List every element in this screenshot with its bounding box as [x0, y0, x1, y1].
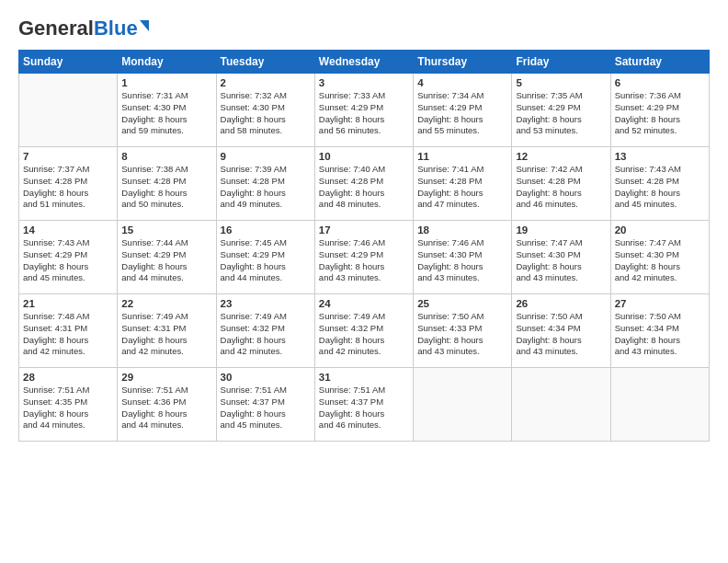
day-number: 2 [221, 77, 311, 88]
day-info: Sunrise: 7:49 AM Sunset: 4:32 PM Dayligh… [319, 311, 409, 358]
day-number: 7 [23, 151, 113, 162]
calendar-cell: 20Sunrise: 7:47 AM Sunset: 4:30 PM Dayli… [610, 221, 709, 294]
day-number: 26 [516, 298, 606, 309]
calendar-header-wednesday: Wednesday [314, 51, 413, 74]
calendar-cell [414, 368, 512, 442]
day-info: Sunrise: 7:42 AM Sunset: 4:28 PM Dayligh… [516, 164, 606, 211]
calendar-cell: 12Sunrise: 7:42 AM Sunset: 4:28 PM Dayli… [512, 147, 610, 221]
calendar-header-thursday: Thursday [414, 51, 512, 74]
calendar-header-monday: Monday [118, 51, 216, 74]
calendar-header-tuesday: Tuesday [216, 51, 314, 74]
calendar-cell: 24Sunrise: 7:49 AM Sunset: 4:32 PM Dayli… [314, 294, 413, 368]
calendar-cell: 19Sunrise: 7:47 AM Sunset: 4:30 PM Dayli… [512, 221, 610, 294]
calendar-week-4: 21Sunrise: 7:48 AM Sunset: 4:31 PM Dayli… [19, 294, 710, 368]
calendar-cell: 26Sunrise: 7:50 AM Sunset: 4:34 PM Dayli… [512, 294, 610, 368]
day-info: Sunrise: 7:32 AM Sunset: 4:30 PM Dayligh… [221, 90, 311, 137]
calendar-cell: 10Sunrise: 7:40 AM Sunset: 4:28 PM Dayli… [314, 147, 413, 221]
day-info: Sunrise: 7:36 AM Sunset: 4:29 PM Dayligh… [615, 90, 705, 137]
calendar-cell: 1Sunrise: 7:31 AM Sunset: 4:30 PM Daylig… [118, 74, 216, 147]
day-number: 29 [121, 372, 211, 383]
day-number: 19 [516, 224, 606, 236]
calendar-header-sunday: Sunday [19, 51, 118, 74]
calendar-cell: 16Sunrise: 7:45 AM Sunset: 4:29 PM Dayli… [216, 221, 314, 294]
calendar-cell: 15Sunrise: 7:44 AM Sunset: 4:29 PM Dayli… [118, 221, 216, 294]
day-info: Sunrise: 7:48 AM Sunset: 4:31 PM Dayligh… [23, 311, 113, 358]
day-number: 11 [417, 151, 507, 162]
day-number: 21 [23, 298, 113, 309]
calendar-cell: 9Sunrise: 7:39 AM Sunset: 4:28 PM Daylig… [216, 147, 314, 221]
day-info: Sunrise: 7:39 AM Sunset: 4:28 PM Dayligh… [221, 164, 311, 211]
calendar-cell: 31Sunrise: 7:51 AM Sunset: 4:37 PM Dayli… [314, 368, 413, 442]
calendar-cell: 30Sunrise: 7:51 AM Sunset: 4:37 PM Dayli… [216, 368, 314, 442]
day-info: Sunrise: 7:51 AM Sunset: 4:37 PM Dayligh… [319, 385, 409, 431]
day-number: 23 [221, 298, 311, 309]
day-number: 4 [417, 77, 507, 88]
calendar-cell [512, 368, 610, 442]
calendar-cell: 22Sunrise: 7:49 AM Sunset: 4:31 PM Dayli… [118, 294, 216, 368]
day-number: 24 [319, 298, 409, 309]
day-number: 1 [121, 77, 211, 88]
day-info: Sunrise: 7:49 AM Sunset: 4:31 PM Dayligh… [121, 311, 211, 358]
calendar-cell: 18Sunrise: 7:46 AM Sunset: 4:30 PM Dayli… [414, 221, 512, 294]
calendar-cell: 11Sunrise: 7:41 AM Sunset: 4:28 PM Dayli… [414, 147, 512, 221]
day-info: Sunrise: 7:34 AM Sunset: 4:29 PM Dayligh… [417, 90, 507, 137]
day-info: Sunrise: 7:46 AM Sunset: 4:29 PM Dayligh… [319, 237, 409, 284]
calendar-table: SundayMondayTuesdayWednesdayThursdayFrid… [18, 50, 710, 442]
calendar-cell: 29Sunrise: 7:51 AM Sunset: 4:36 PM Dayli… [118, 368, 216, 442]
header: General Blue [18, 17, 710, 40]
calendar-cell: 13Sunrise: 7:43 AM Sunset: 4:28 PM Dayli… [610, 147, 709, 221]
page: General Blue SundayMondayTuesdayWednesda… [0, 0, 728, 563]
calendar-cell: 28Sunrise: 7:51 AM Sunset: 4:35 PM Dayli… [19, 368, 118, 442]
day-info: Sunrise: 7:50 AM Sunset: 4:34 PM Dayligh… [615, 311, 705, 358]
logo-icon [140, 20, 149, 31]
day-number: 6 [615, 77, 705, 88]
day-info: Sunrise: 7:38 AM Sunset: 4:28 PM Dayligh… [121, 164, 211, 211]
day-info: Sunrise: 7:37 AM Sunset: 4:28 PM Dayligh… [23, 164, 113, 211]
calendar-cell [610, 368, 709, 442]
day-info: Sunrise: 7:33 AM Sunset: 4:29 PM Dayligh… [319, 90, 409, 137]
calendar-week-1: 1Sunrise: 7:31 AM Sunset: 4:30 PM Daylig… [19, 74, 710, 147]
calendar-cell: 23Sunrise: 7:49 AM Sunset: 4:32 PM Dayli… [216, 294, 314, 368]
calendar-header-row: SundayMondayTuesdayWednesdayThursdayFrid… [19, 51, 710, 74]
day-number: 22 [121, 298, 211, 309]
calendar-week-3: 14Sunrise: 7:43 AM Sunset: 4:29 PM Dayli… [19, 221, 710, 294]
calendar-header-friday: Friday [512, 51, 610, 74]
day-number: 9 [221, 151, 311, 162]
day-info: Sunrise: 7:51 AM Sunset: 4:37 PM Dayligh… [221, 385, 311, 431]
day-number: 13 [615, 151, 705, 162]
day-info: Sunrise: 7:49 AM Sunset: 4:32 PM Dayligh… [221, 311, 311, 358]
day-number: 17 [319, 224, 409, 236]
day-info: Sunrise: 7:47 AM Sunset: 4:30 PM Dayligh… [615, 237, 705, 284]
day-info: Sunrise: 7:50 AM Sunset: 4:34 PM Dayligh… [516, 311, 606, 358]
day-info: Sunrise: 7:51 AM Sunset: 4:36 PM Dayligh… [121, 385, 211, 431]
day-info: Sunrise: 7:35 AM Sunset: 4:29 PM Dayligh… [516, 90, 606, 137]
calendar-header-saturday: Saturday [610, 51, 709, 74]
day-number: 20 [615, 224, 705, 236]
calendar-cell: 6Sunrise: 7:36 AM Sunset: 4:29 PM Daylig… [610, 74, 709, 147]
day-info: Sunrise: 7:45 AM Sunset: 4:29 PM Dayligh… [221, 237, 311, 284]
calendar-cell: 4Sunrise: 7:34 AM Sunset: 4:29 PM Daylig… [414, 74, 512, 147]
day-number: 27 [615, 298, 705, 309]
calendar-cell: 3Sunrise: 7:33 AM Sunset: 4:29 PM Daylig… [314, 74, 413, 147]
day-number: 30 [221, 372, 311, 383]
calendar-cell: 25Sunrise: 7:50 AM Sunset: 4:33 PM Dayli… [414, 294, 512, 368]
calendar-cell: 21Sunrise: 7:48 AM Sunset: 4:31 PM Dayli… [19, 294, 118, 368]
day-number: 14 [23, 224, 113, 236]
calendar-cell: 14Sunrise: 7:43 AM Sunset: 4:29 PM Dayli… [19, 221, 118, 294]
day-number: 8 [121, 151, 211, 162]
calendar-cell [19, 74, 118, 147]
day-info: Sunrise: 7:41 AM Sunset: 4:28 PM Dayligh… [417, 164, 507, 211]
day-number: 28 [23, 372, 113, 383]
calendar-cell: 2Sunrise: 7:32 AM Sunset: 4:30 PM Daylig… [216, 74, 314, 147]
day-info: Sunrise: 7:43 AM Sunset: 4:28 PM Dayligh… [615, 164, 705, 211]
day-info: Sunrise: 7:50 AM Sunset: 4:33 PM Dayligh… [417, 311, 507, 358]
day-number: 12 [516, 151, 606, 162]
calendar-cell: 7Sunrise: 7:37 AM Sunset: 4:28 PM Daylig… [19, 147, 118, 221]
logo: General Blue [18, 17, 149, 40]
day-number: 15 [121, 224, 211, 236]
day-info: Sunrise: 7:43 AM Sunset: 4:29 PM Dayligh… [23, 237, 113, 284]
day-number: 5 [516, 77, 606, 88]
calendar-cell: 27Sunrise: 7:50 AM Sunset: 4:34 PM Dayli… [610, 294, 709, 368]
calendar-week-5: 28Sunrise: 7:51 AM Sunset: 4:35 PM Dayli… [19, 368, 710, 442]
calendar-week-2: 7Sunrise: 7:37 AM Sunset: 4:28 PM Daylig… [19, 147, 710, 221]
